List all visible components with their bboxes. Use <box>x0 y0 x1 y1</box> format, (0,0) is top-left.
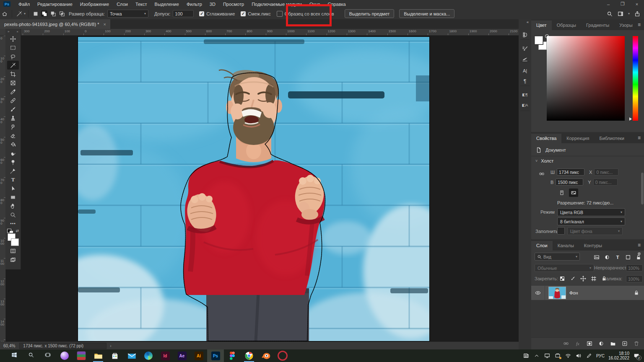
brush-tool[interactable] <box>7 105 19 114</box>
fill-color-dropdown[interactable]: Цвет фона ▾ <box>567 227 623 235</box>
panel-menu-icon[interactable]: ≡ <box>638 242 644 251</box>
layer-thumbnail[interactable] <box>548 287 566 299</box>
canvas-x-input[interactable] <box>594 168 618 176</box>
taskbar-indesign[interactable]: Id <box>157 349 174 362</box>
home-icon[interactable] <box>0 9 9 18</box>
clone-stamp-tool[interactable] <box>7 114 19 122</box>
layers-tab-Каналы[interactable]: Каналы <box>553 241 579 251</box>
layer-filter-type-icon[interactable]: T <box>614 254 621 261</box>
pen-tool[interactable] <box>7 166 19 175</box>
link-layers-icon[interactable] <box>563 340 569 347</box>
layers-tab-Контуры[interactable]: Контуры <box>579 241 607 251</box>
lock-pixels-icon[interactable] <box>569 275 576 282</box>
new-group-icon[interactable] <box>610 340 616 347</box>
wifi-icon[interactable] <box>565 352 571 359</box>
layer-row-background[interactable]: Фон <box>531 286 644 300</box>
chevron-down-icon[interactable]: ▾ <box>628 12 630 16</box>
taskbar-figma[interactable] <box>224 349 241 362</box>
close-palette-icon[interactable]: × <box>16 30 18 34</box>
color-tab-Узоры[interactable]: Узоры <box>614 21 637 30</box>
eraser-tool[interactable] <box>7 131 19 140</box>
panel-menu-icon[interactable]: ≡ <box>638 135 644 143</box>
canvas-width-input[interactable] <box>557 168 584 176</box>
add-mask-icon[interactable] <box>586 340 593 347</box>
menu-файл[interactable]: Файл <box>15 2 34 7</box>
paragraph-panel-icon[interactable]: ¶ <box>519 77 531 86</box>
glyphs-panel-icon[interactable]: ◧¶ <box>519 90 531 99</box>
collapse-palette-icon[interactable]: » <box>8 30 9 34</box>
menu-текст[interactable]: Текст <box>132 2 151 7</box>
pen-input-icon[interactable] <box>586 352 592 359</box>
swap-colors-icon[interactable]: ⇄ <box>16 229 19 233</box>
close-button[interactable]: × <box>630 0 644 8</box>
portrait-orientation-button[interactable] <box>557 189 566 197</box>
checkbox-Смеж.пикс[interactable]: ✓Смеж.пикс <box>241 11 270 17</box>
toolbar-more[interactable]: ••• <box>7 219 19 228</box>
menu-слои[interactable]: Слои <box>113 2 132 7</box>
layer-style-icon[interactable]: fx <box>574 340 581 347</box>
opacity-field[interactable]: 100% <box>626 264 643 272</box>
layer-filter-adjustment-icon[interactable] <box>604 254 610 261</box>
delete-layer-icon[interactable] <box>633 340 640 347</box>
color-picker-marker[interactable] <box>545 34 549 38</box>
marquee-tool[interactable] <box>7 43 19 52</box>
screen-mode-button[interactable] <box>7 255 19 264</box>
layer-lock-icon[interactable] <box>633 290 640 296</box>
history-brush-tool[interactable] <box>7 122 19 131</box>
shape-tool[interactable] <box>7 193 19 202</box>
subtract-from-selection-icon[interactable] <box>50 10 56 17</box>
eyedropper-tool[interactable] <box>7 87 19 96</box>
taskbar-chrome[interactable] <box>241 349 257 362</box>
taskbar-illustrator[interactable]: Ai <box>190 349 207 362</box>
taskbar-explorer[interactable] <box>90 349 106 362</box>
frame-tool[interactable] <box>7 78 19 87</box>
dodge-tool[interactable] <box>7 158 19 166</box>
share-icon[interactable] <box>634 10 641 17</box>
lock-transparent-icon[interactable] <box>559 275 566 282</box>
add-to-selection-icon[interactable] <box>41 10 47 17</box>
sample-size-dropdown[interactable]: Точка ▾ <box>107 10 148 18</box>
background-color-swatch[interactable] <box>11 238 19 246</box>
foreground-color-swatch[interactable] <box>535 36 543 44</box>
hand-tool[interactable] <box>7 202 19 210</box>
quick-mask-button[interactable] <box>7 246 19 255</box>
menu-выделение[interactable]: Выделение <box>151 2 183 7</box>
new-layer-icon[interactable] <box>621 340 628 347</box>
document-tab[interactable]: pexels-photo-941693.jpeg @ 60,4% (RGB/8)… <box>0 19 110 29</box>
taskbar-egg-app[interactable] <box>56 349 73 362</box>
character-panel-icon[interactable]: A| <box>519 66 531 75</box>
status-chevron-icon[interactable]: › <box>110 344 111 348</box>
taskbar-start[interactable] <box>6 349 23 362</box>
taskbar-red-ring[interactable] <box>274 349 291 362</box>
snip-tool-icon[interactable] <box>554 352 561 359</box>
properties-tab-Коррекция[interactable]: Коррекция <box>561 134 594 143</box>
taskbar-after-effects[interactable]: Ae <box>174 349 190 362</box>
scrollbar[interactable] <box>641 173 644 204</box>
language-indicator[interactable]: РУС <box>596 354 605 358</box>
layer-visibility-eye-icon[interactable] <box>535 290 541 296</box>
search-icon[interactable] <box>606 10 613 17</box>
hidden-icons-chevron[interactable] <box>533 352 540 359</box>
lasso-tool[interactable] <box>7 52 19 61</box>
smudge-tool[interactable] <box>7 149 19 158</box>
brushsettings-panel-icon[interactable] <box>519 44 531 53</box>
lock-position-icon[interactable] <box>580 275 587 282</box>
filter-toggle-dot[interactable] <box>638 252 641 255</box>
canvas-height-input[interactable] <box>556 178 583 186</box>
taskbar-task-view[interactable] <box>39 349 56 362</box>
link-dimensions-icon[interactable] <box>539 171 545 177</box>
magic-wand-preset-icon[interactable] <box>15 9 24 18</box>
healing-brush-tool[interactable] <box>7 96 19 105</box>
layer-filter-shape-icon[interactable] <box>625 254 631 261</box>
select-subject-button[interactable]: Выделить предмет <box>345 9 395 18</box>
menu-изображение[interactable]: Изображение <box>76 2 113 7</box>
taskbar-winrar[interactable] <box>73 349 90 362</box>
lock-artboard-icon[interactable] <box>590 275 597 282</box>
volume-icon[interactable] <box>575 352 582 359</box>
layer-filter-search[interactable]: Вид ▾ <box>535 253 580 261</box>
taskbar-mail[interactable] <box>123 349 140 362</box>
taskbar-edge[interactable] <box>140 349 157 362</box>
new-selection-icon[interactable] <box>32 10 39 17</box>
checkbox-Сглаживание[interactable]: ✓Сглаживание <box>199 11 235 17</box>
panel-menu-icon[interactable]: ≡ <box>638 22 644 30</box>
